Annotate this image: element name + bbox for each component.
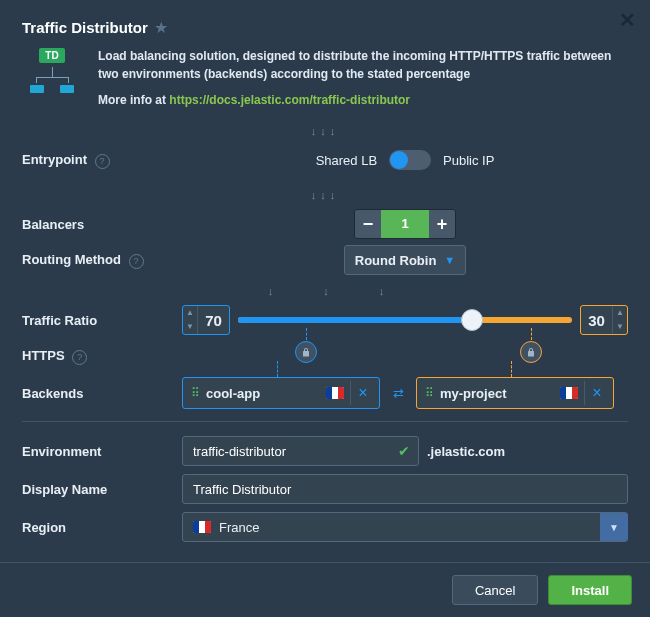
environment-input[interactable] [183,444,390,459]
dialog-header: Traffic Distributor ★ [0,0,650,47]
environment-suffix: .jelastic.com [427,444,505,459]
shared-lb-label: Shared LB [316,153,377,168]
environment-row: Environment ✔ .jelastic.com [22,436,628,466]
routing-method-select[interactable]: Round Robin ▼ [344,245,466,275]
more-info-prefix: More info at [98,93,169,107]
remove-backend-right-icon[interactable]: × [584,381,609,405]
flow-arrows-mid: ↓↓↓ [22,181,628,203]
https-lock-left[interactable] [295,341,317,363]
flow-arrows-split: ↓↓↓ [74,281,628,299]
chevron-down-icon[interactable]: ▼ [183,320,197,334]
chevron-up-icon[interactable]: ▲ [183,306,197,320]
ratio-label: Traffic Ratio [22,313,182,328]
ratio-right-box[interactable]: 30 ▲▼ [580,305,628,335]
https-lock-right[interactable] [520,341,542,363]
backends-row: Backends ⠿ cool-app × ⇄ ⠿ my-project × [22,377,628,409]
environment-label: Environment [22,444,182,459]
public-ip-label: Public IP [443,153,494,168]
cancel-button[interactable]: Cancel [452,575,538,605]
entrypoint-toggle-group: Shared LB Public IP [316,150,495,170]
description-line: Load balancing solution, designed to dis… [98,49,611,81]
routing-method-value: Round Robin [355,253,437,268]
traffic-distributor-dialog: ✕ Traffic Distributor ★ TD Load balancin… [0,0,650,617]
routing-row: Routing Method ? Round Robin ▼ [22,245,628,275]
region-row: Region France ▼ [22,512,628,542]
more-info: More info at https://docs.jelastic.com/t… [98,91,628,109]
balancers-stepper: − 1 + [354,209,456,239]
environment-input-wrap: ✔ [182,436,419,466]
display-name-input-wrap [182,474,628,504]
display-name-input[interactable] [183,482,627,497]
td-diagram-icon: TD [22,47,82,109]
balancers-minus-button[interactable]: − [355,210,381,238]
chevron-down-icon[interactable]: ▼ [613,320,627,334]
ratio-right-value: 30 [581,312,612,329]
close-icon[interactable]: ✕ [619,8,636,32]
help-icon[interactable]: ? [95,154,110,169]
env-icon: ⠿ [187,386,200,400]
env-icon: ⠿ [421,386,434,400]
flag-france-icon [193,521,211,533]
more-info-link[interactable]: https://docs.jelastic.com/traffic-distri… [169,93,410,107]
backend-right-name: my-project [440,386,554,401]
balancers-value: 1 [381,210,429,238]
https-label: HTTPS ? [22,348,182,365]
region-select[interactable]: France ▼ [182,512,628,542]
dialog-footer: Cancel Install [0,562,650,617]
ratio-left-box[interactable]: ▲▼ 70 [182,305,230,335]
swap-backends-icon[interactable]: ⇄ [386,386,410,401]
balancers-plus-button[interactable]: + [429,210,455,238]
chevron-down-icon: ▼ [444,254,455,266]
balancers-label: Balancers [22,217,182,232]
description-text: Load balancing solution, designed to dis… [98,47,628,109]
ratio-left-value: 70 [198,312,229,329]
slider-handle[interactable] [461,309,483,331]
remove-backend-left-icon[interactable]: × [350,381,375,405]
https-row: HTTPS ? [22,341,628,371]
help-icon[interactable]: ? [72,350,87,365]
routing-label: Routing Method ? [22,252,182,269]
entrypoint-label: Entrypoint ? [22,152,182,169]
install-button[interactable]: Install [548,575,632,605]
dialog-title: Traffic Distributor [22,19,148,36]
flag-france-icon [560,387,578,399]
display-name-row: Display Name [22,474,628,504]
backend-left-chip[interactable]: ⠿ cool-app × [182,377,380,409]
help-icon[interactable]: ? [129,254,144,269]
entrypoint-toggle[interactable] [389,150,431,170]
backends-label: Backends [22,386,182,401]
entrypoint-row: Entrypoint ? Shared LB Public IP [22,145,628,175]
favorite-star-icon[interactable]: ★ [154,18,168,37]
td-badge: TD [39,48,64,63]
checkmark-icon: ✔ [390,443,418,459]
display-name-label: Display Name [22,482,182,497]
flag-france-icon [326,387,344,399]
chevron-up-icon[interactable]: ▲ [613,306,627,320]
backend-left-name: cool-app [206,386,320,401]
backend-right-chip[interactable]: ⠿ my-project × [416,377,614,409]
region-value: France [219,520,592,535]
ratio-row: Traffic Ratio ▲▼ 70 30 ▲▼ [22,305,628,335]
ratio-slider[interactable] [238,317,572,323]
divider [22,421,628,422]
description-row: TD Load balancing solution, designed to … [0,47,650,117]
balancers-row: Balancers − 1 + [22,209,628,239]
flow-arrows-top: ↓↓↓ [22,117,628,139]
chevron-down-icon: ▼ [600,513,628,541]
region-label: Region [22,520,182,535]
